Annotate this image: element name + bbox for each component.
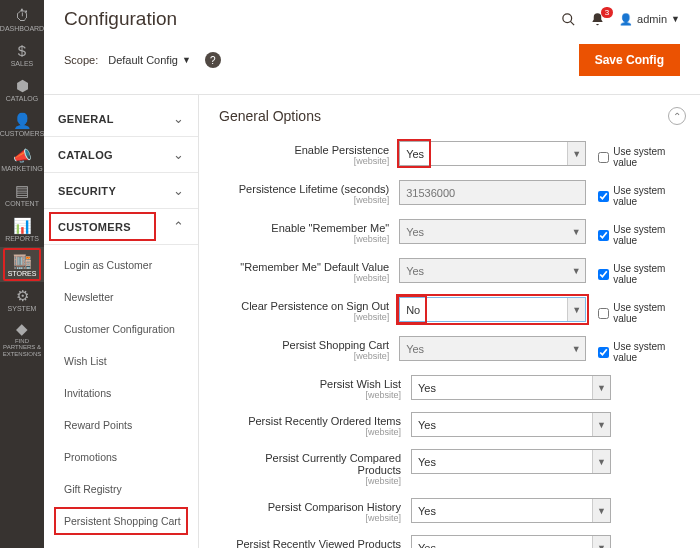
- search-icon[interactable]: [561, 12, 576, 27]
- use-system-lifetime[interactable]: Use system value: [586, 180, 686, 207]
- row-enable-persistence: Enable Persistence[website] Yes▼ Use sys…: [219, 141, 686, 168]
- persist-viewed-select[interactable]: Yes▼: [411, 535, 611, 548]
- caret-down-icon: ▼: [182, 55, 191, 65]
- row-lifetime: Persistence Lifetime (seconds)[website] …: [219, 180, 686, 207]
- sb-general[interactable]: GENERAL⌄: [44, 101, 198, 137]
- svg-point-0: [563, 13, 572, 22]
- sb-customers[interactable]: CUSTOMERS⌃: [44, 209, 198, 245]
- notifications-button[interactable]: 3: [590, 12, 605, 27]
- checkbox[interactable]: [598, 191, 609, 202]
- scope-select[interactable]: Default Config▼: [108, 54, 191, 66]
- persist-ordered-select[interactable]: Yes▼: [411, 412, 611, 437]
- general-options-form: Enable Persistence[website] Yes▼ Use sys…: [219, 141, 686, 548]
- row-remember-default: "Remember Me" Default Value[website] Yes…: [219, 258, 686, 285]
- chevron-down-icon: ▼: [592, 499, 610, 522]
- sb-wishlist[interactable]: Wish List: [44, 345, 198, 377]
- chevron-down-icon: ▼: [567, 220, 585, 243]
- layout-icon: ▤: [15, 183, 29, 198]
- sb-reward-points[interactable]: Reward Points: [44, 409, 198, 441]
- nav-label: STORES: [8, 270, 37, 277]
- persist-compared-select[interactable]: Yes▼: [411, 449, 611, 474]
- chevron-down-icon: ▼: [592, 536, 610, 548]
- lifetime-input: 31536000: [399, 180, 586, 205]
- svg-line-1: [570, 21, 574, 25]
- nav-marketing[interactable]: 📣MARKETING: [0, 142, 44, 177]
- nav-label: SALES: [11, 60, 34, 67]
- chevron-down-icon: ▼: [567, 259, 585, 282]
- checkbox[interactable]: [598, 269, 609, 280]
- checkbox[interactable]: [598, 152, 609, 163]
- scope-value: Default Config: [108, 54, 178, 66]
- avatar-icon: 👤: [619, 13, 633, 26]
- nav-label: SYSTEM: [8, 305, 37, 312]
- checkbox[interactable]: [598, 308, 609, 319]
- nav-system[interactable]: ⚙SYSTEM: [0, 282, 44, 317]
- use-system-clear-signout[interactable]: Use system value: [586, 297, 686, 324]
- store-icon: 🏬: [13, 253, 32, 268]
- sb-persistent-cart[interactable]: Persistent Shopping Cart: [44, 505, 198, 537]
- chevron-down-icon: ⌄: [173, 111, 184, 126]
- gauge-icon: ⏱: [15, 8, 30, 23]
- sb-login-as-customer[interactable]: Login as Customer: [44, 249, 198, 281]
- nav-dashboard[interactable]: ⏱DASHBOARD: [0, 2, 44, 37]
- nav-sales[interactable]: $SALES: [0, 37, 44, 72]
- sb-newsletter[interactable]: Newsletter: [44, 281, 198, 313]
- nav-reports[interactable]: 📊REPORTS: [0, 212, 44, 247]
- row-persist-viewed: Persist Recently Viewed Products[website…: [219, 535, 686, 548]
- nav-catalog[interactable]: ⬢CATALOG: [0, 72, 44, 107]
- chevron-down-icon: ▼: [567, 142, 585, 165]
- persist-wishlist-select[interactable]: Yes▼: [411, 375, 611, 400]
- dollar-icon: $: [18, 43, 26, 58]
- checkbox[interactable]: [598, 230, 609, 241]
- scope-bar: Scope: Default Config▼ ? Save Config: [44, 34, 700, 94]
- remember-default-select: Yes▼: [399, 258, 586, 283]
- row-persist-wishlist: Persist Wish List[website] Yes▼: [219, 375, 686, 400]
- row-remember-me: Enable "Remember Me"[website] Yes▼ Use s…: [219, 219, 686, 246]
- row-persist-compared: Persist Currently Compared Products[webs…: [219, 449, 686, 486]
- use-system-enable-persistence[interactable]: Use system value: [586, 141, 686, 168]
- sb-promotions[interactable]: Promotions: [44, 441, 198, 473]
- sb-customer-config[interactable]: Customer Configuration: [44, 313, 198, 345]
- nav-label: MARKETING: [1, 165, 43, 172]
- nav-label: CONTENT: [5, 200, 39, 207]
- sb-catalog[interactable]: CATALOG⌄: [44, 137, 198, 173]
- config-sidebar: GENERAL⌄ CATALOG⌄ SECURITY⌄ CUSTOMERS⌃ L…: [44, 95, 199, 548]
- caret-down-icon: ▼: [671, 14, 680, 24]
- clear-signout-select[interactable]: No▼: [399, 297, 586, 322]
- user-menu[interactable]: 👤admin▼: [619, 13, 680, 26]
- megaphone-icon: 📣: [13, 148, 32, 163]
- row-persist-cart: Persist Shopping Cart[website] Yes▼ Use …: [219, 336, 686, 363]
- chart-icon: 📊: [13, 218, 32, 233]
- remember-me-select: Yes▼: [399, 219, 586, 244]
- nav-stores[interactable]: 🏬STORES: [0, 247, 44, 282]
- help-icon[interactable]: ?: [205, 52, 221, 68]
- section-title: General Options: [219, 108, 668, 124]
- config-content: General Options ⌃ Enable Persistence[web…: [199, 95, 700, 548]
- persist-comp-history-select[interactable]: Yes▼: [411, 498, 611, 523]
- chevron-down-icon: ▼: [567, 298, 585, 321]
- nav-content[interactable]: ▤CONTENT: [0, 177, 44, 212]
- nav-customers[interactable]: 👤CUSTOMERS: [0, 107, 44, 142]
- use-system-remember-me[interactable]: Use system value: [586, 219, 686, 246]
- nav-label: DASHBOARD: [0, 25, 44, 32]
- scope-label: Scope:: [64, 54, 98, 66]
- enable-persistence-select[interactable]: Yes▼: [399, 141, 586, 166]
- use-system-persist-cart[interactable]: Use system value: [586, 336, 686, 363]
- sb-invitations[interactable]: Invitations: [44, 377, 198, 409]
- collapse-section-button[interactable]: ⌃: [668, 107, 686, 125]
- sb-gift-registry[interactable]: Gift Registry: [44, 473, 198, 505]
- row-persist-ordered: Persist Recently Ordered Items[website] …: [219, 412, 686, 437]
- nav-label: CATALOG: [6, 95, 38, 102]
- chevron-up-icon: ⌃: [173, 219, 184, 234]
- use-system-remember-default[interactable]: Use system value: [586, 258, 686, 285]
- gear-icon: ⚙: [16, 288, 29, 303]
- nav-label: CUSTOMERS: [0, 130, 44, 137]
- chevron-down-icon: ▼: [592, 376, 610, 399]
- sb-security[interactable]: SECURITY⌄: [44, 173, 198, 209]
- nav-label: FIND PARTNERS & EXTENSIONS: [2, 338, 42, 357]
- nav-partners[interactable]: ◆FIND PARTNERS & EXTENSIONS: [0, 317, 44, 361]
- checkbox[interactable]: [598, 347, 609, 358]
- row-persist-comp-history: Persist Comparison History[website] Yes▼: [219, 498, 686, 523]
- save-config-button[interactable]: Save Config: [579, 44, 680, 76]
- box-icon: ⬢: [16, 78, 29, 93]
